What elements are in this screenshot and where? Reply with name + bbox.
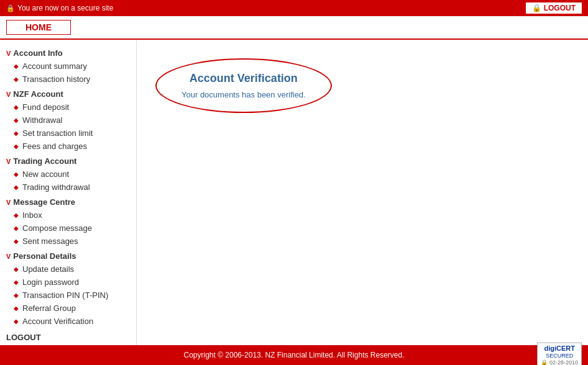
sidebar-item-trading-withdrawal[interactable]: ◆ Trading withdrawal <box>0 181 136 194</box>
top-logout-button[interactable]: 🔒 LOGOUT <box>526 2 582 14</box>
sidebar-item-withdrawal-label: Withdrawal <box>22 115 62 125</box>
sidebar-item-login-password-label: Login password <box>22 277 79 287</box>
diamond-icon: ◆ <box>14 238 19 245</box>
sidebar-item-new-account-label: New account <box>22 169 69 179</box>
home-nav[interactable]: HOME <box>6 20 71 35</box>
sidebar-item-referral-group-label: Referral Group <box>22 304 76 313</box>
sidebar-item-compose-message-label: Compose message <box>22 223 92 233</box>
sidebar-item-account-summary-label: Account summary <box>22 61 87 71</box>
sidebar: V Account Info ◆ Account summary ◆ Trans… <box>0 40 137 345</box>
digicert-secured: SECURED <box>546 353 573 359</box>
diamond-icon: ◆ <box>14 63 19 70</box>
chevron-nzf-account: V <box>6 91 11 98</box>
sidebar-item-transaction-history-label: Transaction history <box>22 74 90 84</box>
verification-message: Your documents has been verified. <box>181 90 306 99</box>
sidebar-item-sent-messages-label: Sent messages <box>22 237 78 246</box>
sidebar-section-personal-details-label: Personal Details <box>13 251 76 261</box>
footer: Copyright © 2006-2013. NZ Financial Limi… <box>0 345 588 365</box>
sidebar-item-withdrawal[interactable]: ◆ Withdrawal <box>0 114 136 127</box>
sidebar-item-transaction-history[interactable]: ◆ Transaction history <box>0 73 136 86</box>
sidebar-item-inbox[interactable]: ◆ Inbox <box>0 209 136 222</box>
secure-bar-text: 🔒 You are now on a secure site <box>6 4 113 12</box>
sidebar-item-sent-messages[interactable]: ◆ Sent messages <box>0 235 136 248</box>
verification-bubble: Account Verification Your documents has … <box>155 58 332 113</box>
diamond-icon: ◆ <box>14 212 19 219</box>
diamond-icon: ◆ <box>14 171 19 178</box>
sidebar-item-update-details-label: Update details <box>22 264 74 274</box>
home-bar: HOME <box>0 16 588 40</box>
digicert-badge: digiCERT SECURED 🔒 02-28-2010 <box>537 343 582 365</box>
sidebar-section-message-centre-label: Message Centre <box>13 197 75 207</box>
diamond-icon: ◆ <box>14 130 19 137</box>
lock-icon: 🔒 <box>6 4 14 12</box>
sidebar-item-update-details[interactable]: ◆ Update details <box>0 263 136 276</box>
sidebar-section-account-info-label: Account Info <box>13 48 62 58</box>
diamond-icon: ◆ <box>14 184 19 191</box>
sidebar-section-trading-account[interactable]: V Trading Account <box>0 153 136 168</box>
digicert-title: digiCERT <box>544 345 575 353</box>
diamond-icon: ◆ <box>14 225 19 232</box>
sidebar-item-compose-message[interactable]: ◆ Compose message <box>0 222 136 235</box>
diamond-icon: ◆ <box>14 279 19 286</box>
sidebar-section-message-centre[interactable]: V Message Centre <box>0 194 136 209</box>
sidebar-item-fund-deposit[interactable]: ◆ Fund deposit <box>0 101 136 114</box>
sidebar-item-account-summary[interactable]: ◆ Account summary <box>0 60 136 73</box>
chevron-account-info: V <box>6 50 11 57</box>
sidebar-item-login-password[interactable]: ◆ Login password <box>0 276 136 289</box>
sidebar-logout[interactable]: LOGOUT <box>0 328 136 345</box>
chevron-trading-account: V <box>6 158 11 165</box>
sidebar-item-inbox-label: Inbox <box>22 210 42 220</box>
sidebar-item-trading-withdrawal-label: Trading withdrawal <box>22 182 90 192</box>
sidebar-item-transaction-pin[interactable]: ◆ Transaction PIN (T-PIN) <box>0 289 136 302</box>
home-label: HOME <box>25 22 52 32</box>
top-lock-icon: 🔒 <box>532 4 541 12</box>
verification-title: Account Verification <box>181 72 306 85</box>
diamond-icon: ◆ <box>14 76 19 83</box>
diamond-icon: ◆ <box>14 292 19 299</box>
sidebar-item-account-verification-label: Account Verification <box>22 317 93 326</box>
sidebar-item-transaction-pin-label: Transaction PIN (T-PIN) <box>22 291 108 300</box>
sidebar-section-account-info[interactable]: V Account Info <box>0 45 136 60</box>
sidebar-section-nzf-account[interactable]: V NZF Account <box>0 86 136 101</box>
sidebar-item-set-transaction-limit[interactable]: ◆ Set transaction limit <box>0 127 136 140</box>
diamond-icon: ◆ <box>14 305 19 312</box>
footer-copyright: Copyright © 2006-2013. NZ Financial Limi… <box>183 351 404 359</box>
sidebar-section-trading-account-label: Trading Account <box>13 156 76 166</box>
diamond-icon: ◆ <box>14 104 19 110</box>
chevron-personal-details: V <box>6 253 11 260</box>
diamond-icon: ◆ <box>14 318 19 325</box>
sidebar-item-account-verification[interactable]: ◆ Account Verification <box>0 315 136 328</box>
diamond-icon: ◆ <box>14 117 19 124</box>
sidebar-section-nzf-account-label: NZF Account <box>13 89 63 99</box>
sidebar-item-referral-group[interactable]: ◆ Referral Group <box>0 302 136 315</box>
main-layout: V Account Info ◆ Account summary ◆ Trans… <box>0 40 588 345</box>
content-area: Account Verification Your documents has … <box>137 40 588 345</box>
sidebar-item-set-transaction-limit-label: Set transaction limit <box>22 128 93 138</box>
sidebar-item-fund-deposit-label: Fund deposit <box>22 102 69 112</box>
secure-bar-message: You are now on a secure site <box>17 4 113 12</box>
digicert-date: 🔒 02-28-2010 <box>541 359 578 365</box>
chevron-message-centre: V <box>6 199 11 206</box>
diamond-icon: ◆ <box>14 266 19 273</box>
sidebar-item-new-account[interactable]: ◆ New account <box>0 168 136 181</box>
diamond-icon: ◆ <box>14 143 19 150</box>
sidebar-item-fees-and-charges[interactable]: ◆ Fees and charges <box>0 140 136 153</box>
secure-bar: 🔒 You are now on a secure site 🔒 LOGOUT <box>0 0 588 16</box>
sidebar-item-fees-and-charges-label: Fees and charges <box>22 142 87 151</box>
sidebar-section-personal-details[interactable]: V Personal Details <box>0 248 136 263</box>
